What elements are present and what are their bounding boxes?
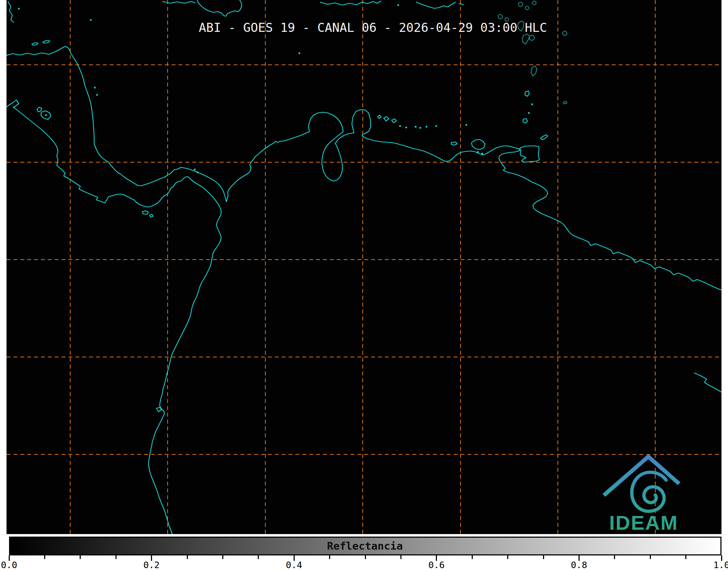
- islet-dot: [415, 126, 417, 128]
- colorbar-minor-tick: [685, 555, 686, 559]
- colorbar-minor-tick: [507, 555, 508, 559]
- coastline-vieques-island: [459, 4, 463, 5]
- coastline-lake-managua: [37, 107, 42, 112]
- coastline-pacific-coast: [7, 100, 221, 534]
- coastline-bonaire-island: [392, 119, 396, 123]
- islet-dot: [477, 151, 479, 153]
- colorbar-tick-label: 0.6: [428, 560, 445, 570]
- colorbar-minor-tick: [222, 555, 223, 559]
- islet-dot: [197, 172, 199, 173]
- colorbar-minor-tick: [365, 555, 366, 559]
- coastline-margarita-island: [471, 139, 485, 150]
- colorbar: Reflectancia: [9, 537, 721, 555]
- coastline-coiba-islet: [150, 214, 153, 217]
- islet-dot: [194, 169, 196, 171]
- coastline-st-vincent-island: [525, 91, 529, 96]
- coastline-caribbean-mainland-coast: [7, 46, 721, 290]
- islet-dot: [299, 53, 300, 54]
- colorbar-minor-tick: [400, 555, 401, 559]
- island-ring: [563, 31, 567, 35]
- island-ring: [533, 1, 536, 5]
- colorbar-minor-tick: [329, 555, 330, 559]
- logo-spiral-icon: [632, 472, 666, 511]
- colorbar-tick-label: 0.4: [286, 560, 302, 570]
- islet-dot: [399, 125, 401, 127]
- islet-dot: [466, 124, 467, 126]
- islet-dot: [420, 127, 421, 129]
- coastline-jamaica-coast: [197, 0, 242, 16]
- colorbar-minor-tick: [187, 555, 188, 559]
- coastline-aruba-island: [378, 115, 381, 118]
- colorbar-minor-tick: [115, 555, 117, 559]
- colorbar-minor-tick: [80, 555, 81, 559]
- figure-background: ABI - GOES 19 - CANAL 06 - 2026-04-29 03…: [0, 0, 728, 571]
- islet-dot: [18, 8, 20, 10]
- colorbar-minor-tick: [258, 555, 259, 559]
- islet-dot: [90, 19, 92, 21]
- logo-text: IDEAM: [609, 511, 678, 534]
- island-ring: [525, 6, 529, 10]
- islet-dot: [435, 125, 437, 127]
- island-ring: [498, 14, 502, 19]
- colorbar-minor-tick: [650, 555, 651, 559]
- islet-dot: [426, 126, 428, 128]
- islet-dot: [531, 104, 533, 105]
- colorbar-minor-tick: [472, 555, 473, 559]
- island-ring: [518, 2, 523, 7]
- coastline-bay-island-east: [43, 41, 50, 43]
- coastline-martinique-island: [522, 34, 530, 44]
- islet-dot: [397, 4, 399, 6]
- colorbar-minor-tick: [614, 555, 615, 559]
- colorbar-minor-tick: [44, 555, 45, 559]
- coastline-hispaniola-south-coast: [320, 1, 381, 5]
- coastline-barbados-island: [563, 101, 567, 104]
- islet-dot: [94, 87, 96, 89]
- islet-dot: [528, 112, 530, 114]
- coastline-top-left-coast-fragment: [8, 2, 14, 22]
- colorbar-tick-label: 1.0: [713, 560, 728, 570]
- colorbar-tick-label: 0.2: [143, 560, 160, 570]
- coastline-bay-island-west: [32, 43, 38, 45]
- ideam-logo: IDEAM: [597, 451, 688, 536]
- coastline-trinidad-island: [520, 146, 539, 162]
- colorbar-tick-label: 0.8: [571, 560, 587, 570]
- coastline-puerto-rico-south-coast: [416, 2, 455, 8]
- coastline-la-tortuga-island: [451, 142, 457, 145]
- coastline-puna-island: [156, 407, 161, 412]
- colorbar-tick-label: 0.0: [1, 560, 17, 570]
- islet-dot: [405, 127, 407, 129]
- coastline-st-lucia-island: [531, 66, 537, 76]
- coastline-grenada-island: [523, 118, 527, 123]
- coastline-brazil-coast-fragment: [694, 373, 721, 392]
- colorbar-minor-tick: [543, 555, 544, 559]
- islet-dot: [96, 94, 98, 96]
- coastline-tobago-island: [540, 135, 548, 140]
- coastline-guadeloupe-east-wing: [529, 35, 535, 41]
- islet-dot: [45, 114, 47, 116]
- coastline-curacao-island: [384, 117, 389, 121]
- map-title: ABI - GOES 19 - CANAL 06 - 2026-04-29 03…: [199, 20, 547, 35]
- colorbar-tick-labels: 0.00.20.40.60.81.0: [9, 560, 721, 571]
- colorbar-label: Reflectancia: [327, 540, 403, 552]
- islet-dot: [481, 153, 483, 155]
- coastline-coiba-island: [142, 211, 148, 214]
